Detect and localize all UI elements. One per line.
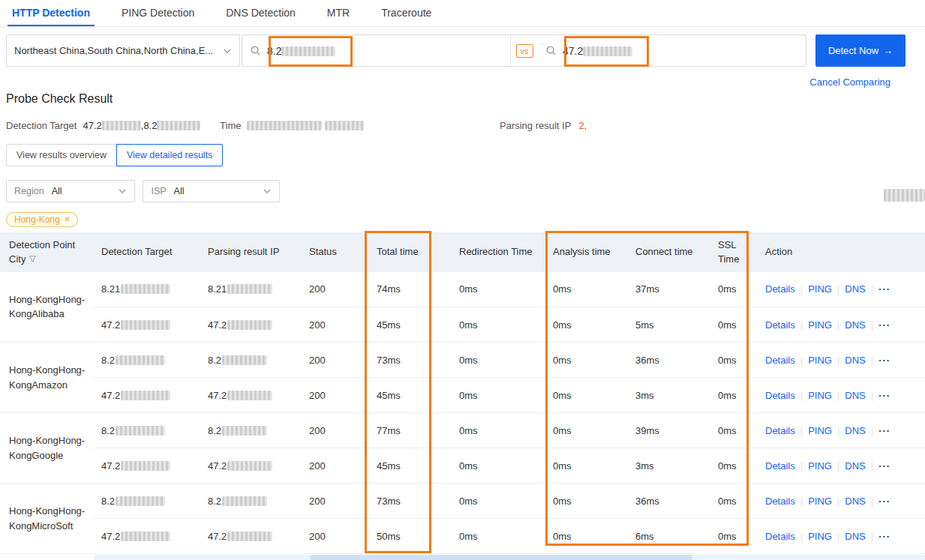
ping-link[interactable]: PING xyxy=(808,390,832,401)
dns-link[interactable]: DNS xyxy=(845,355,865,366)
vs-cell: vs xyxy=(511,44,538,58)
column-header-label: Redirection Time xyxy=(459,246,533,257)
ping-link[interactable]: PING xyxy=(808,531,832,542)
details-link[interactable]: Details xyxy=(765,390,795,401)
action-cell: Details|PING|DNS|··· xyxy=(756,378,925,413)
results-table-wrap: Detection Point CityDetection TargetPars… xyxy=(0,232,925,554)
parsing-ip-cell-redacted xyxy=(227,284,272,294)
parsing-ip-cell-prefix: 47.2 xyxy=(208,319,227,331)
details-link[interactable]: Details xyxy=(765,283,795,295)
detection-target-cell-prefix: 8.2 xyxy=(101,355,115,366)
action-separator: | xyxy=(837,531,839,542)
details-link[interactable]: Details xyxy=(765,355,795,366)
detection-target-cell-redacted xyxy=(116,426,165,436)
table-row: Hong-KongHong-KongMicroSoft8.28.220073ms… xyxy=(0,484,925,519)
detect-now-label: Detect Now xyxy=(828,45,878,56)
details-link[interactable]: Details xyxy=(765,319,795,331)
view-button-view-results-overview[interactable]: View results overview xyxy=(6,144,117,166)
detect-now-button[interactable]: Detect Now → xyxy=(815,34,905,67)
ping-link[interactable]: PING xyxy=(808,496,832,507)
dns-link[interactable]: DNS xyxy=(845,460,865,472)
action-cell: Details|PING|DNS|··· xyxy=(756,413,925,448)
action-separator: | xyxy=(871,390,873,401)
details-link[interactable]: Details xyxy=(765,496,795,507)
chevron-down-icon xyxy=(263,187,272,196)
vs-badge: vs xyxy=(516,44,533,58)
connect-time-cell: 3ms xyxy=(626,378,709,413)
table-row: Hong-KongHong-KongAmazon8.28.220073ms0ms… xyxy=(0,343,925,378)
target-ip-input-2[interactable]: 47.2 xyxy=(538,35,806,66)
detection-target-cell-prefix: 8.21 xyxy=(101,283,120,295)
isp-filter-value: All xyxy=(174,186,185,196)
ping-link[interactable]: PING xyxy=(808,319,832,331)
ping-link[interactable]: PING xyxy=(808,425,832,436)
city-cell-hong-konghong-kongamazon: Hong-KongHong-KongAmazon xyxy=(0,343,92,413)
isp-filter-label: ISP xyxy=(151,186,166,196)
more-actions-icon[interactable]: ··· xyxy=(878,531,890,542)
action-separator: | xyxy=(837,283,839,295)
ping-link[interactable]: PING xyxy=(808,283,832,295)
tab-bar: HTTP DetectionPING DetectionDNS Detectio… xyxy=(0,0,925,27)
dns-link[interactable]: DNS xyxy=(845,496,865,507)
detection-target-cell-redacted xyxy=(121,532,170,541)
action-cell: Details|PING|DNS|··· xyxy=(756,272,925,307)
more-actions-icon[interactable]: ··· xyxy=(878,460,890,472)
tab-dns-detection[interactable]: DNS Detection xyxy=(221,0,300,26)
tag-close-icon[interactable]: × xyxy=(65,215,71,224)
view-button-view-detailed-results[interactable]: View detailed results xyxy=(116,144,223,166)
detection-target-cell-prefix: 47.2 xyxy=(101,390,120,401)
total-time-cell: 50ms xyxy=(368,519,450,554)
page: HTTP DetectionPING DetectionDNS Detectio… xyxy=(0,0,925,560)
action-separator: | xyxy=(871,319,873,331)
ping-link[interactable]: PING xyxy=(808,460,832,472)
cancel-comparing-link[interactable]: Cancel Comparing xyxy=(809,76,890,88)
dns-link[interactable]: DNS xyxy=(845,283,865,295)
more-actions-icon[interactable]: ··· xyxy=(878,390,890,401)
detection-target-cell: 8.2 xyxy=(92,413,199,448)
column-header-label: SSL Time xyxy=(718,239,739,265)
tab-http-detection[interactable]: HTTP Detection xyxy=(8,0,95,26)
dns-link[interactable]: DNS xyxy=(845,319,865,331)
region-filter-select[interactable]: Region All xyxy=(6,180,135,202)
more-actions-icon[interactable]: ··· xyxy=(878,319,890,331)
dns-link[interactable]: DNS xyxy=(845,425,865,436)
ssl-time-cell: 0ms xyxy=(709,307,756,343)
horizontal-scrollbar-thumb[interactable] xyxy=(310,555,692,560)
target-ip-input-1[interactable]: 8.2 xyxy=(242,35,510,66)
region-multiselect[interactable]: Northeast China,South China,North China,… xyxy=(6,34,240,67)
detection-toolbar: Northeast China,South China,North China,… xyxy=(6,34,905,67)
horizontal-scrollbar[interactable] xyxy=(94,555,925,560)
details-link[interactable]: Details xyxy=(765,531,795,542)
filter-funnel-icon[interactable] xyxy=(29,255,37,263)
parsing-ip-cell-prefix: 47.2 xyxy=(208,390,227,401)
isp-filter-select[interactable]: ISP All xyxy=(143,180,280,202)
action-separator: | xyxy=(800,319,803,331)
detection-target-cell-redacted xyxy=(116,355,165,365)
column-header-label: Detection Point City xyxy=(9,239,75,265)
ping-link[interactable]: PING xyxy=(808,355,832,366)
analysis-time-cell: 0ms xyxy=(544,272,626,307)
column-header-label: Detection Target xyxy=(101,246,172,257)
tab-ping-detection[interactable]: PING Detection xyxy=(117,0,199,26)
dns-link[interactable]: DNS xyxy=(845,390,865,401)
more-actions-icon[interactable]: ··· xyxy=(878,283,890,295)
column-header-label: Action xyxy=(765,246,792,257)
region-filter-value: All xyxy=(52,186,62,196)
more-actions-icon[interactable]: ··· xyxy=(878,496,890,507)
details-link[interactable]: Details xyxy=(765,425,795,436)
action-separator: | xyxy=(837,390,839,401)
parsing-ip-cell-prefix: 47.2 xyxy=(208,460,227,472)
details-link[interactable]: Details xyxy=(765,460,795,472)
dns-link[interactable]: DNS xyxy=(845,531,865,542)
more-actions-icon[interactable]: ··· xyxy=(878,355,890,366)
parsing-result-value: 2, xyxy=(578,120,587,131)
parsing-ip-cell-redacted xyxy=(222,426,267,436)
parsing-ip-cell-prefix: 47.2 xyxy=(208,531,227,542)
more-actions-icon[interactable]: ··· xyxy=(878,425,890,436)
tab-traceroute[interactable]: Traceroute xyxy=(377,0,436,26)
ssl-time-cell: 0ms xyxy=(709,378,756,413)
parsing-ip-cell-redacted xyxy=(227,320,272,330)
action-separator: | xyxy=(800,460,803,472)
tab-mtr[interactable]: MTR xyxy=(323,0,354,26)
filter-tag-hong-kong[interactable]: Hong-Kong × xyxy=(6,212,78,227)
